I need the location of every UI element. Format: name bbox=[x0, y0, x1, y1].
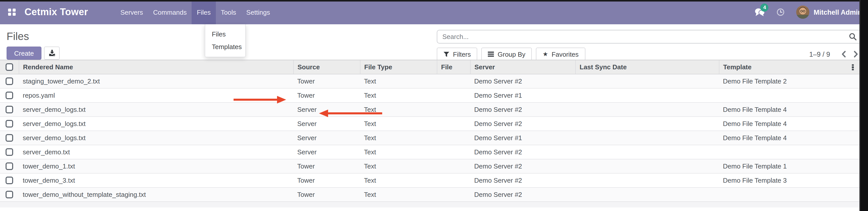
table-row[interactable]: tower_demo_1.txtTowerTextDemo Server #2D… bbox=[0, 159, 860, 173]
row-checkbox[interactable] bbox=[6, 120, 13, 127]
group-by-button[interactable]: Group By bbox=[482, 48, 532, 61]
cell-server[interactable]: Demo Server #2 bbox=[470, 74, 575, 88]
cell-source[interactable]: Tower bbox=[293, 159, 360, 173]
import-button[interactable] bbox=[44, 47, 60, 60]
cell-file[interactable] bbox=[437, 159, 470, 173]
cell-server[interactable]: Demo Server #2 bbox=[470, 187, 575, 201]
cell-file-type[interactable]: Text bbox=[360, 187, 437, 201]
col-server[interactable]: Server bbox=[470, 60, 575, 74]
cell-last-sync-date[interactable] bbox=[575, 116, 719, 130]
cell-last-sync-date[interactable] bbox=[575, 173, 719, 187]
cell-server[interactable]: Demo Server #2 bbox=[470, 159, 575, 173]
cell-file-type[interactable]: Text bbox=[360, 74, 437, 88]
cell-file[interactable] bbox=[437, 145, 470, 159]
cell-source[interactable]: Server bbox=[293, 116, 360, 130]
table-row[interactable]: tower_demo_without_template_staging.txtT… bbox=[0, 187, 860, 201]
menu-files[interactable]: Files bbox=[192, 0, 216, 24]
cell-rendered-name[interactable]: tower_demo_1.txt bbox=[19, 159, 293, 173]
cell-file-type[interactable]: Text bbox=[360, 145, 437, 159]
cell-source[interactable]: Tower bbox=[293, 187, 360, 201]
table-row[interactable]: server_demo_logs.txtServerTextDemo Serve… bbox=[0, 116, 860, 130]
cell-file[interactable] bbox=[437, 130, 470, 145]
cell-source[interactable]: Server bbox=[293, 102, 360, 116]
pager-range[interactable]: 1–9 / 9 bbox=[809, 50, 830, 58]
cell-rendered-name[interactable]: server_demo_logs.txt bbox=[19, 102, 293, 116]
select-all-checkbox[interactable] bbox=[6, 63, 13, 71]
cell-template[interactable]: Demo File Template 4 bbox=[719, 130, 860, 145]
cell-server[interactable]: Demo Server #1 bbox=[470, 130, 575, 145]
menu-commands[interactable]: Commands bbox=[148, 0, 192, 24]
col-file[interactable]: File bbox=[437, 60, 470, 74]
cell-last-sync-date[interactable] bbox=[575, 130, 719, 145]
cell-file[interactable] bbox=[437, 102, 470, 116]
cell-rendered-name[interactable]: tower_demo_without_template_staging.txt bbox=[19, 187, 293, 201]
cell-server[interactable]: Demo Server #2 bbox=[470, 173, 575, 187]
cell-file-type[interactable]: Text bbox=[360, 116, 437, 130]
filters-button[interactable]: Filters bbox=[437, 48, 477, 61]
cell-server[interactable]: Demo Server #2 bbox=[470, 102, 575, 116]
cell-source[interactable]: Server bbox=[293, 130, 360, 145]
col-rendered-name[interactable]: Rendered Name bbox=[19, 60, 293, 74]
column-options-button[interactable] bbox=[849, 63, 856, 71]
search-input[interactable] bbox=[437, 30, 861, 43]
table-row[interactable]: tower_demo_3.txtTowerTextDemo Server #2D… bbox=[0, 173, 860, 187]
cell-template[interactable]: Demo File Template 3 bbox=[719, 173, 860, 187]
cell-last-sync-date[interactable] bbox=[575, 102, 719, 116]
cell-server[interactable]: Demo Server #1 bbox=[470, 88, 575, 102]
cell-template[interactable]: Demo File Template 4 bbox=[719, 116, 860, 130]
search-button[interactable] bbox=[846, 31, 860, 42]
favorites-button[interactable]: ★ Favorites bbox=[536, 48, 585, 61]
cell-file-type[interactable]: Text bbox=[360, 173, 437, 187]
select-all-header[interactable] bbox=[0, 60, 19, 74]
cell-rendered-name[interactable]: server_demo_logs.txt bbox=[19, 130, 293, 145]
cell-rendered-name[interactable]: tower_demo_3.txt bbox=[19, 173, 293, 187]
col-source[interactable]: Source bbox=[293, 60, 360, 74]
apps-menu-button[interactable] bbox=[0, 0, 24, 24]
cell-source[interactable]: Tower bbox=[293, 74, 360, 88]
table-row[interactable]: repos.yamlTowerTextDemo Server #1 bbox=[0, 88, 860, 102]
table-row[interactable]: staging_tower_demo_2.txtTowerTextDemo Se… bbox=[0, 74, 860, 88]
user-menu[interactable]: Mitchell Admin bbox=[790, 6, 862, 19]
cell-template[interactable]: Demo File Template 2 bbox=[719, 74, 860, 88]
cell-source[interactable]: Server bbox=[293, 145, 360, 159]
menu-tools[interactable]: Tools bbox=[216, 0, 241, 24]
table-row[interactable]: server_demo.txtServerTextDemo Server #2 bbox=[0, 145, 860, 159]
row-checkbox[interactable] bbox=[6, 191, 13, 198]
cell-template[interactable] bbox=[719, 187, 860, 201]
cell-file-type[interactable]: Text bbox=[360, 130, 437, 145]
cell-server[interactable]: Demo Server #2 bbox=[470, 145, 575, 159]
dropdown-item-files[interactable]: Files bbox=[205, 28, 245, 40]
cell-last-sync-date[interactable] bbox=[575, 88, 719, 102]
cell-last-sync-date[interactable] bbox=[575, 159, 719, 173]
table-row[interactable]: server_demo_logs.txtServerTextDemo Serve… bbox=[0, 102, 860, 116]
cell-file-type[interactable]: Text bbox=[360, 88, 437, 102]
cell-rendered-name[interactable]: repos.yaml bbox=[19, 88, 293, 102]
cell-last-sync-date[interactable] bbox=[575, 145, 719, 159]
messages-button[interactable]: 4 bbox=[749, 0, 771, 24]
cell-template[interactable]: Demo File Template 4 bbox=[719, 102, 860, 116]
cell-last-sync-date[interactable] bbox=[575, 187, 719, 201]
row-checkbox[interactable] bbox=[6, 148, 13, 156]
cell-rendered-name[interactable]: staging_tower_demo_2.txt bbox=[19, 74, 293, 88]
cell-rendered-name[interactable]: server_demo.txt bbox=[19, 145, 293, 159]
row-checkbox[interactable] bbox=[6, 77, 13, 85]
cell-file-type[interactable]: Text bbox=[360, 159, 437, 173]
cell-source[interactable]: Tower bbox=[293, 88, 360, 102]
cell-rendered-name[interactable]: server_demo_logs.txt bbox=[19, 116, 293, 130]
table-row[interactable]: server_demo_logs.txtServerTextDemo Serve… bbox=[0, 130, 860, 145]
cell-template[interactable] bbox=[719, 145, 860, 159]
row-checkbox[interactable] bbox=[6, 162, 13, 170]
col-last-sync-date[interactable]: Last Sync Date bbox=[575, 60, 719, 74]
menu-servers[interactable]: Servers bbox=[115, 0, 148, 24]
col-file-type[interactable]: File Type bbox=[360, 60, 437, 74]
row-checkbox[interactable] bbox=[6, 176, 13, 184]
pager-previous-button[interactable] bbox=[838, 50, 849, 59]
row-checkbox[interactable] bbox=[6, 106, 13, 113]
cell-file[interactable] bbox=[437, 173, 470, 187]
create-button[interactable]: Create bbox=[7, 47, 41, 60]
col-template[interactable]: Template bbox=[719, 60, 860, 74]
cell-template[interactable]: Demo File Template 1 bbox=[719, 159, 860, 173]
cell-server[interactable]: Demo Server #2 bbox=[470, 116, 575, 130]
cell-source[interactable]: Tower bbox=[293, 173, 360, 187]
row-checkbox[interactable] bbox=[6, 91, 13, 99]
